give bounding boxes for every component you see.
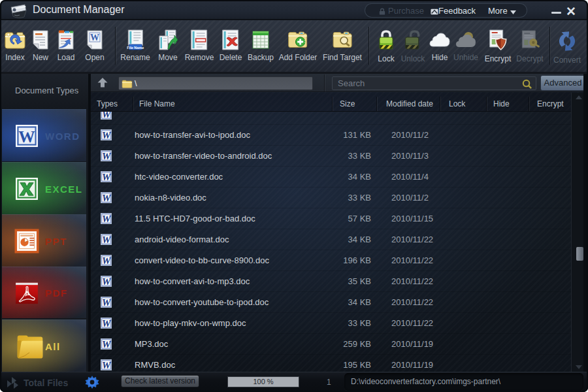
svg-text:W: W [102, 339, 112, 350]
svg-text:W: W [102, 193, 112, 203]
svg-text:W: W [102, 130, 112, 140]
svg-text:W: W [18, 127, 35, 146]
svg-text:File Name: File Name [127, 46, 144, 50]
svg-text:W: W [102, 172, 112, 182]
svg-text:W: W [102, 214, 112, 224]
svg-text:W: W [102, 276, 112, 287]
svg-text:W: W [102, 360, 112, 370]
svg-text:W: W [102, 151, 112, 161]
svg-text:W: W [102, 297, 112, 308]
svg-text:W: W [102, 235, 112, 245]
svg-text:W: W [102, 318, 112, 329]
svg-text:W: W [102, 112, 112, 120]
svg-text:W: W [90, 33, 99, 42]
svg-text:W: W [102, 255, 112, 266]
